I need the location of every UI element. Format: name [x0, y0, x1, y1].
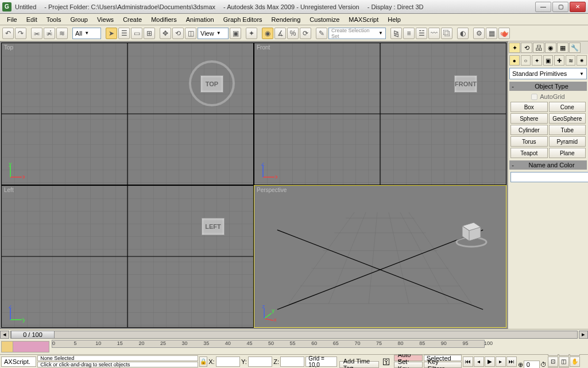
create-plane-button[interactable]: Plane — [549, 148, 586, 158]
key-mode-toggle[interactable]: ⊕ — [518, 361, 523, 369]
prev-frame-button[interactable]: ◂ — [474, 356, 484, 367]
time-ruler[interactable]: 0510152025303540455055606570758085909510… — [52, 340, 485, 348]
selection-lock-button[interactable]: 🔒 — [199, 356, 207, 367]
trackbar-keymode[interactable] — [2, 342, 13, 352]
menu-group[interactable]: Group — [65, 15, 92, 24]
ref-coord-combo[interactable]: View▼ — [198, 28, 229, 39]
redo-button[interactable]: ↷ — [15, 28, 26, 39]
unlink-button[interactable]: ⫘̸ — [44, 28, 55, 39]
tab-utilities[interactable]: 🔧 — [569, 43, 581, 53]
menu-animation[interactable]: Animation — [181, 15, 219, 24]
tab-modify[interactable]: ⟲ — [521, 43, 532, 53]
menu-help[interactable]: Help — [383, 15, 405, 24]
material-editor-button[interactable]: ◐ — [457, 28, 469, 39]
sub-cameras[interactable]: ▣ — [543, 55, 554, 66]
pivot-center-button[interactable]: ▣ — [230, 28, 241, 39]
align-button[interactable]: ≡ — [403, 28, 415, 39]
coord-y-input[interactable] — [248, 356, 272, 367]
create-pyramid-button[interactable]: Pyramid — [549, 136, 586, 147]
goto-end-button[interactable]: ⏭ — [506, 356, 517, 367]
sub-shapes[interactable]: ○ — [521, 55, 531, 66]
close-button[interactable]: ✕ — [570, 2, 586, 12]
angle-snap-button[interactable]: ∡ — [274, 28, 286, 39]
edit-named-sel-button[interactable]: ✎ — [316, 28, 327, 39]
object-name-input[interactable] — [510, 172, 588, 182]
sub-geometry[interactable]: ● — [509, 55, 520, 66]
fov-button[interactable]: ◫ — [559, 356, 569, 367]
current-frame-input[interactable]: 0 — [524, 361, 540, 368]
viewport-perspective[interactable]: Perspective x y z — [254, 185, 506, 328]
primitive-category-combo[interactable]: Standard Primitives▼ — [509, 68, 587, 79]
menu-rendering[interactable]: Rendering — [267, 15, 305, 24]
goto-start-button[interactable]: ⏮ — [463, 356, 473, 367]
sub-systems[interactable]: ✷ — [577, 55, 587, 66]
pan-button[interactable]: ✋ — [570, 356, 580, 367]
create-torus-button[interactable]: Torus — [510, 136, 548, 147]
viewcube[interactable]: FRONT — [454, 75, 477, 93]
mirror-button[interactable]: ⧎ — [390, 28, 402, 39]
next-frame-button[interactable]: ▸ — [496, 356, 506, 367]
keyfilters-button[interactable]: Key Filters... — [424, 362, 462, 368]
schematic-view-button[interactable]: ⿻ — [441, 28, 452, 39]
coord-z-input[interactable] — [280, 356, 304, 367]
create-sphere-button[interactable]: Sphere — [510, 113, 548, 124]
menu-file[interactable]: File — [2, 15, 22, 24]
rollout-object-type[interactable]: -Object Type — [509, 82, 587, 91]
maxscript-mini-listener[interactable]: AXScript. — [1, 356, 36, 367]
sub-lights[interactable]: ✦ — [532, 55, 542, 66]
rendered-frame-button[interactable]: ▦ — [486, 28, 497, 39]
add-time-tag-button[interactable]: Add Time Tag — [339, 361, 379, 368]
tab-create[interactable]: ✦ — [509, 43, 520, 53]
select-by-name-button[interactable]: ☰ — [118, 28, 130, 39]
select-region-button[interactable]: ▭ — [131, 28, 142, 39]
named-selection-combo[interactable]: Create Selection Set▼ — [328, 28, 386, 39]
curve-editor-button[interactable]: 〰 — [428, 28, 440, 39]
create-box-button[interactable]: Box — [510, 102, 548, 112]
tab-motion[interactable]: ◉ — [545, 43, 556, 53]
undo-button[interactable]: ↶ — [2, 28, 14, 39]
menu-tools[interactable]: Tools — [42, 15, 66, 24]
create-geosphere-button[interactable]: GeoSphere — [549, 113, 586, 124]
select-move-button[interactable]: ✥ — [160, 28, 171, 39]
viewport-top[interactable]: Top TOP x y — [1, 43, 254, 185]
menu-maxscript[interactable]: MAXScript — [344, 15, 383, 24]
link-button[interactable]: ⫘ — [31, 28, 42, 39]
window-crossing-button[interactable]: ⊞ — [144, 28, 155, 39]
percent-snap-button[interactable]: % — [287, 28, 299, 39]
time-slider-thumb[interactable]: 0 / 100 — [11, 331, 55, 339]
time-slider-track[interactable]: 0 / 100 — [10, 331, 578, 339]
selection-filter-combo[interactable]: All▼ — [72, 28, 101, 39]
spinner-snap-button[interactable]: ⟳ — [300, 28, 311, 39]
time-scroll-right[interactable]: ▸ — [579, 331, 588, 339]
menu-modifiers[interactable]: Modifiers — [146, 15, 181, 24]
viewport-left[interactable]: Left LEFT y z — [1, 185, 254, 328]
create-teapot-button[interactable]: Teapot — [510, 148, 548, 158]
trackbar-minibar[interactable] — [13, 342, 49, 352]
time-scroll-left[interactable]: ◂ — [0, 331, 9, 339]
sub-helpers[interactable]: ✚ — [554, 55, 564, 66]
create-cylinder-button[interactable]: Cylinder — [510, 125, 548, 135]
bind-spacewarp-button[interactable]: ≋ — [56, 28, 68, 39]
coord-x-input[interactable] — [216, 356, 240, 367]
setkey-button[interactable]: Set Key — [394, 362, 423, 368]
maximize-button[interactable]: ▢ — [552, 2, 568, 12]
viewport-front[interactable]: Front FRONT x z — [254, 43, 506, 185]
menu-edit[interactable]: Edit — [22, 15, 42, 24]
render-setup-button[interactable]: ⚙ — [473, 28, 485, 39]
create-cone-button[interactable]: Cone — [549, 102, 586, 112]
menu-views[interactable]: Views — [92, 15, 118, 24]
play-button[interactable]: ▶ — [485, 356, 495, 367]
viewcube[interactable]: TOP — [200, 75, 223, 93]
select-object-button[interactable]: ➤ — [106, 28, 117, 39]
menu-create[interactable]: Create — [118, 15, 146, 24]
autogrid-checkbox[interactable] — [531, 94, 537, 100]
select-scale-button[interactable]: ◫ — [185, 28, 196, 39]
snap-toggle-button[interactable]: ◉ — [262, 28, 273, 39]
sub-spacewarps[interactable]: ≋ — [566, 55, 576, 66]
rollout-name-color[interactable]: -Name and Color — [509, 160, 587, 170]
select-manipulate-button[interactable]: ✦ — [246, 28, 257, 39]
create-tube-button[interactable]: Tube — [549, 125, 586, 135]
time-config-button[interactable]: ⏱ — [540, 361, 547, 368]
minimize-button[interactable]: — — [535, 2, 551, 12]
select-rotate-button[interactable]: ⟲ — [172, 28, 184, 39]
